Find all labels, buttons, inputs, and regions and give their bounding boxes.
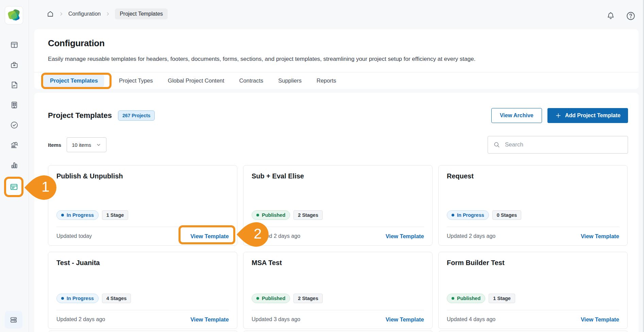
- sidebar-item-servers[interactable]: [5, 311, 22, 329]
- logo-leaf-icon: [7, 8, 21, 22]
- updated-text: Updated today: [56, 233, 92, 239]
- updated-text: Updated 4 days ago: [447, 316, 495, 322]
- status-badge: In Progress: [447, 210, 489, 220]
- template-card: Form Builder Test Published 1 Stage Upda…: [438, 252, 628, 329]
- sidebar-item-approvals[interactable]: [7, 118, 22, 133]
- chevron-right-icon: [105, 12, 110, 16]
- topbar: Configuration Project Templates: [29, 0, 644, 28]
- page-description: Easily manage reusable templates for hea…: [48, 56, 475, 63]
- building-icon: [10, 101, 19, 109]
- stage-badge: 1 Stage: [102, 210, 129, 220]
- tab-suppliers[interactable]: Suppliers: [278, 77, 302, 84]
- sidebar: [0, 0, 29, 332]
- projects-count-badge: 267 Projects: [118, 110, 155, 121]
- tab-project-types[interactable]: Project Types: [119, 77, 153, 84]
- section-title: Project Templates: [48, 111, 112, 120]
- check-circle-icon: [10, 121, 19, 129]
- updated-text: Updated 2 days ago: [56, 316, 105, 322]
- breadcrumb-configuration[interactable]: Configuration: [68, 11, 101, 17]
- stage-badge: 1 Stage: [489, 294, 515, 303]
- plus-icon: [555, 112, 562, 119]
- card-partial: [243, 331, 433, 332]
- search-icon: [493, 141, 500, 148]
- template-icon: [10, 182, 18, 191]
- status-dot-icon: [256, 214, 259, 216]
- updated-text: Updated 2 days ago: [252, 233, 300, 239]
- bell-icon[interactable]: [606, 11, 615, 21]
- template-card: MSA Test Published 2 Stages Updated 3 da…: [243, 252, 433, 329]
- page-title: Configuration: [48, 38, 105, 49]
- document-report-icon: [10, 81, 19, 89]
- template-card: Sub + Eval Elise Published 2 Stages Upda…: [243, 165, 433, 246]
- tab-project-templates[interactable]: Project Templates: [44, 74, 104, 87]
- template-card: Request In Progress 0 Stages Updated 2 d…: [438, 165, 628, 246]
- updated-text: Updated 2 days ago: [447, 233, 495, 239]
- updated-text: Updated 3 days ago: [252, 316, 300, 322]
- items-label: Items: [48, 142, 61, 148]
- sidebar-item-documents[interactable]: [7, 77, 22, 92]
- sidebar-item-configuration-active[interactable]: [4, 177, 23, 197]
- card-title: Test - Juanita: [56, 259, 229, 267]
- tab-bar: Project Templates Project Types Global P…: [34, 72, 639, 89]
- tab-global-project-content[interactable]: Global Project Content: [168, 77, 224, 84]
- view-template-link[interactable]: View Template: [190, 316, 229, 323]
- stage-badge: 2 Stages: [293, 210, 323, 220]
- search-input[interactable]: [504, 141, 622, 148]
- stage-badge: 0 Stages: [492, 210, 522, 220]
- sidebar-item-reports[interactable]: [7, 158, 22, 173]
- add-project-template-button[interactable]: Add Project Template: [547, 108, 628, 123]
- template-card-grid: Publish & Unpublish In Progress 1 Stage …: [48, 165, 628, 329]
- status-badge: Published: [447, 294, 485, 303]
- status-badge: In Progress: [56, 294, 99, 303]
- stage-badge: 2 Stages: [293, 294, 323, 303]
- search-box: [488, 136, 628, 154]
- card-title: Sub + Eval Elise: [252, 172, 424, 180]
- project-templates-panel: Project Templates 267 Projects View Arch…: [34, 93, 639, 332]
- status-badge: Published: [252, 294, 290, 303]
- sidebar-item-projects[interactable]: [7, 57, 22, 72]
- view-archive-button[interactable]: View Archive: [491, 108, 542, 123]
- tab-contracts[interactable]: Contracts: [239, 77, 264, 84]
- dashboard-icon: [10, 40, 19, 49]
- card-partial: [48, 331, 238, 332]
- sidebar-item-sourcing[interactable]: [7, 138, 22, 153]
- sidebar-nav: [0, 37, 29, 178]
- status-badge: Published: [252, 210, 290, 220]
- view-template-link[interactable]: View Template: [386, 233, 424, 240]
- items-per-page-select[interactable]: 10 items: [67, 137, 106, 152]
- status-dot-icon: [452, 214, 454, 216]
- home-icon[interactable]: [47, 10, 54, 18]
- tab-reports[interactable]: Reports: [317, 77, 336, 84]
- view-template-link[interactable]: View Template: [190, 233, 229, 240]
- chevron-down-icon: [96, 142, 101, 147]
- briefcase-icon: [10, 60, 19, 69]
- template-card: Publish & Unpublish In Progress 1 Stage …: [48, 165, 237, 246]
- status-dot-icon: [61, 297, 64, 300]
- stage-badge: 4 Stages: [102, 294, 131, 303]
- card-title: MSA Test: [252, 259, 424, 267]
- servers-icon: [9, 315, 18, 324]
- configuration-header-panel: Configuration Easily manage reusable tem…: [34, 29, 639, 89]
- sidebar-item-dashboard[interactable]: [7, 37, 22, 52]
- breadcrumb: Configuration Project Templates: [47, 8, 168, 20]
- breadcrumb-current: Project Templates: [115, 8, 168, 19]
- bank-search-icon: [10, 141, 19, 150]
- card-title: Request: [447, 172, 619, 180]
- sidebar-item-organization[interactable]: [7, 98, 22, 112]
- card-partial: [438, 331, 628, 332]
- help-icon[interactable]: [626, 11, 636, 21]
- status-badge: In Progress: [56, 210, 99, 220]
- card-title: Publish & Unpublish: [56, 172, 229, 180]
- view-template-link[interactable]: View Template: [386, 316, 424, 323]
- chevron-right-icon: [59, 12, 64, 16]
- view-template-link[interactable]: View Template: [581, 316, 619, 323]
- app-logo[interactable]: [5, 6, 23, 24]
- status-dot-icon: [256, 297, 259, 300]
- status-dot-icon: [452, 297, 454, 300]
- bar-chart-icon: [10, 161, 19, 170]
- status-dot-icon: [61, 214, 64, 216]
- view-template-link[interactable]: View Template: [581, 233, 619, 240]
- template-card: Test - Juanita In Progress 4 Stages Upda…: [48, 252, 237, 329]
- card-title: Form Builder Test: [447, 259, 619, 267]
